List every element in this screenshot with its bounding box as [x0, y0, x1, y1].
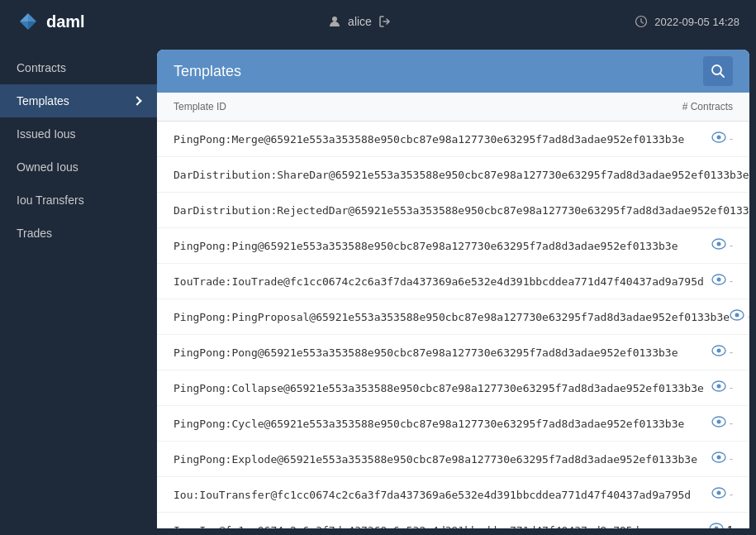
row-actions: -	[730, 309, 749, 324]
sidebar-item-issued-ious[interactable]: Issued Ious	[0, 117, 157, 150]
row-actions: -	[711, 274, 733, 289]
content-title: Templates	[174, 63, 241, 80]
sidebar-item-templates[interactable]: Templates	[0, 84, 157, 117]
daml-logo-icon	[17, 10, 40, 33]
topbar-right: 2022-09-05 14:28	[635, 15, 739, 28]
svg-point-24	[717, 420, 721, 424]
table-header: Template ID # Contracts	[157, 93, 749, 122]
table-row[interactable]: PingPong:Pong@65921e553a353588e950cbc87e…	[157, 335, 749, 370]
template-id-text: PingPong:Ping@65921e553a353588e950cbc87e…	[174, 240, 678, 252]
daml-logo: daml	[17, 10, 85, 33]
eye-icon[interactable]	[711, 274, 726, 289]
table-row[interactable]: IouTrade:IouTrade@fc1cc0674c2c6a3f7da437…	[157, 264, 749, 299]
svg-point-4	[332, 17, 337, 21]
template-id-text: PingPong:Merge@65921e553a353588e950cbc87…	[174, 133, 684, 146]
sidebar-item-contracts-label: Contracts	[17, 61, 66, 74]
eye-icon[interactable]	[709, 523, 724, 528]
row-actions: 1	[709, 523, 733, 528]
sidebar-item-templates-label: Templates	[17, 94, 69, 107]
table-row[interactable]: PingPong:PingProposal@65921e553a353588e9…	[157, 299, 749, 335]
template-id-text: PingPong:Pong@65921e553a353588e950cbc87e…	[174, 346, 678, 359]
svg-point-6	[712, 65, 721, 74]
contract-count: -	[730, 133, 733, 145]
eye-icon[interactable]	[711, 238, 726, 253]
svg-point-14	[717, 242, 721, 246]
eye-icon[interactable]	[711, 451, 726, 466]
col-contracts-header: # Contracts	[682, 101, 733, 112]
row-actions: -	[711, 345, 733, 360]
svg-marker-1	[28, 13, 36, 21]
svg-point-20	[717, 349, 721, 353]
contract-count: -	[730, 453, 733, 465]
contract-count: -	[730, 275, 733, 287]
template-id-text: DarDistribution:ShareDar@65921e553a35358…	[174, 169, 749, 181]
row-actions: -	[711, 131, 733, 146]
eye-icon[interactable]	[730, 309, 744, 324]
sidebar-item-iou-transfers[interactable]: Iou Transfers	[0, 184, 157, 217]
row-actions: -	[711, 416, 733, 431]
sidebar-item-iou-transfers-label: Iou Transfers	[17, 193, 84, 207]
templates-table: Template ID # Contracts PingPong:Merge@6…	[157, 93, 749, 528]
eye-icon[interactable]	[711, 416, 726, 431]
contract-count: -	[730, 418, 733, 429]
table-row[interactable]: PingPong:Merge@65921e553a353588e950cbc87…	[157, 122, 749, 157]
table-row[interactable]: Iou:IouTransfer@fc1cc0674c2c6a3f7da43736…	[157, 477, 749, 513]
eye-icon[interactable]	[711, 380, 726, 395]
user-icon	[328, 15, 341, 28]
template-id-text: PingPong:Collapse@65921e553a353588e950cb…	[174, 382, 704, 394]
template-id-text: PingPong:Explode@65921e553a353588e950cbc…	[174, 453, 697, 466]
svg-point-22	[717, 385, 721, 389]
svg-marker-2	[20, 21, 28, 30]
row-actions: -	[711, 238, 733, 253]
sidebar-item-contracts[interactable]: Contracts	[0, 51, 157, 84]
topbar-left: daml	[17, 10, 85, 33]
daml-logo-text: daml	[46, 12, 85, 31]
svg-point-28	[717, 491, 721, 495]
contract-count: -	[730, 346, 733, 358]
main-layout: Contracts Templates Issued Ious Owned Io…	[0, 43, 756, 535]
sidebar: Contracts Templates Issued Ious Owned Io…	[0, 43, 157, 535]
template-id-text: PingPong:Cycle@65921e553a353588e950cbc87…	[174, 418, 684, 430]
user-name: alice	[348, 15, 372, 28]
clock-icon	[635, 15, 648, 28]
eye-icon[interactable]	[711, 131, 726, 146]
svg-point-8	[717, 136, 721, 140]
chevron-right-icon	[132, 96, 141, 105]
logout-icon[interactable]	[378, 15, 392, 28]
svg-point-30	[715, 527, 719, 529]
table-row[interactable]: PingPong:Collapse@65921e553a353588e950cb…	[157, 370, 749, 406]
template-id-text: IouTrade:IouTrade@fc1cc0674c2c6a3f7da437…	[174, 275, 704, 288]
svg-marker-3	[28, 21, 36, 30]
search-button[interactable]	[703, 56, 733, 86]
svg-marker-0	[20, 13, 28, 21]
contract-count: -	[730, 489, 733, 500]
sidebar-item-owned-ious[interactable]: Owned Ious	[0, 150, 157, 184]
content-area: Templates Template ID # Contracts PingPo…	[157, 50, 749, 528]
contract-count: -	[730, 240, 733, 251]
eye-icon[interactable]	[711, 345, 726, 360]
template-id-text: PingPong:PingProposal@65921e553a353588e9…	[174, 311, 730, 323]
eye-icon[interactable]	[711, 487, 726, 502]
table-row[interactable]: PingPong:Cycle@65921e553a353588e950cbc87…	[157, 406, 749, 442]
svg-point-18	[735, 313, 739, 318]
contract-count: 1	[727, 524, 733, 528]
template-id-text: Iou:IouTransfer@fc1cc0674c2c6a3f7da43736…	[174, 489, 691, 501]
content-header: Templates	[157, 50, 749, 93]
table-row[interactable]: PingPong:Explode@65921e553a353588e950cbc…	[157, 442, 749, 477]
sidebar-item-owned-ious-label: Owned Ious	[17, 160, 78, 174]
table-row[interactable]: DarDistribution:ShareDar@65921e553a35358…	[157, 157, 749, 193]
template-id-text: Iou:Iou@fc1cc0674c2c6a3f7da437369a6e532e…	[174, 524, 640, 529]
topbar-center: alice	[328, 15, 392, 28]
svg-point-26	[717, 456, 721, 460]
table-row[interactable]: DarDistribution:RejectedDar@65921e553a35…	[157, 193, 749, 228]
sidebar-item-trades[interactable]: Trades	[0, 217, 157, 250]
table-row[interactable]: Iou:Iou@fc1cc0674c2c6a3f7da437369a6e532e…	[157, 513, 749, 528]
search-icon	[711, 64, 725, 79]
template-id-text: DarDistribution:RejectedDar@65921e553a35…	[174, 204, 749, 217]
sidebar-item-trades-label: Trades	[17, 227, 52, 240]
col-template-id-header: Template ID	[174, 101, 226, 112]
table-row[interactable]: PingPong:Ping@65921e553a353588e950cbc87e…	[157, 228, 749, 264]
contract-count: -	[730, 382, 733, 394]
svg-point-16	[717, 278, 721, 282]
datetime-text: 2022-09-05 14:28	[654, 16, 739, 28]
